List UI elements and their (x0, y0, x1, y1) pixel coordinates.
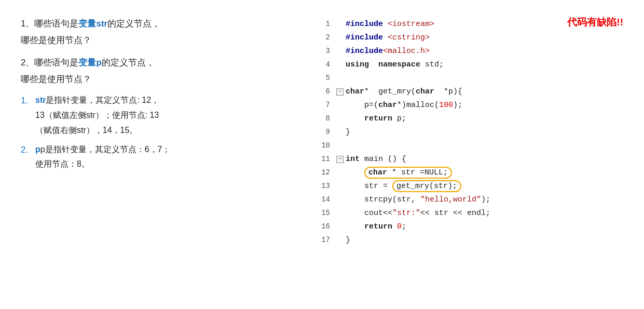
q2-mid: 的定义节点， (102, 58, 155, 68)
q2-text: 2、哪些语句是变量p的定义节点， (21, 55, 301, 71)
ans2-text: pp是指针变量，其定义节点：6，7； 使用节点：8。 (35, 142, 170, 172)
line-num-15: 15 (320, 207, 334, 219)
q2-cont: 哪些是使用节点？ (21, 71, 301, 88)
code-content-13: str = get_mry(str); (346, 180, 625, 193)
code-line-2: 2 #include <cstring> (320, 31, 625, 45)
line-num-9: 9 (320, 126, 334, 138)
line-num-1: 1 (320, 18, 334, 30)
code-line-6: 6 − char* get_mry(char *p){ (320, 85, 625, 99)
ans2-p-label: p (35, 145, 40, 154)
code-line-17: 17 } (320, 234, 625, 247)
q1-cont: 哪些是使用节点？ (21, 32, 301, 49)
fold-button-11[interactable]: − (334, 156, 346, 163)
question-1: 1、哪些语句是变量str的定义节点， 哪些是使用节点？ (21, 16, 301, 49)
line-num-7: 7 (320, 99, 334, 111)
code-content-8: return p; (346, 113, 625, 126)
code-line-14: 14 strcpy(str, "hello,world"); (320, 193, 625, 207)
code-content-11: int main () { (346, 153, 625, 166)
q1-cont-text: 哪些是使用节点？ (21, 35, 91, 45)
line-num-4: 4 (320, 59, 334, 71)
code-content-15: cout<<"str:"<< str << endl; (346, 207, 625, 220)
answer-1: 1. str是指针变量，其定义节点: 12， 13（赋值左侧str）；使用节点:… (21, 93, 301, 138)
code-content-3: #include<malloc.h> (346, 45, 625, 58)
code-warning: 代码有缺陷!! (567, 16, 623, 29)
q2-cont-text: 哪些是使用节点？ (21, 74, 91, 84)
ans2-num: 2. (21, 142, 35, 158)
line-num-8: 8 (320, 113, 334, 125)
fold-minus-11[interactable]: − (336, 156, 344, 163)
code-content-14: strcpy(str, "hello,world"); (346, 194, 625, 207)
line-num-17: 17 (320, 234, 334, 246)
code-content-4: using namespace std; (346, 59, 625, 72)
fold-minus-6[interactable]: − (336, 88, 344, 96)
code-line-15: 15 cout<<"str:"<< str << endl; (320, 207, 625, 220)
left-panel: 1、哪些语句是变量str的定义节点， 哪些是使用节点？ 2、哪些语句是变量p的定… (10, 10, 311, 299)
ans1-text-c: （赋值右侧str），14，15。 (35, 126, 138, 135)
q1-mid: 的定义节点， (107, 19, 160, 29)
code-line-11: 11 − int main () { (320, 153, 625, 166)
code-line-3: 3 #include<malloc.h> (320, 45, 625, 58)
fold-button-6[interactable]: − (334, 88, 346, 96)
code-line-16: 16 return 0; (320, 220, 625, 234)
code-line-10: 10 (320, 139, 625, 153)
code-content-7: p=(char*)malloc(100); (346, 99, 625, 112)
code-line-13: 13 str = get_mry(str); (320, 180, 625, 193)
line-num-11: 11 (320, 153, 334, 165)
ans1-text: str是指针变量，其定义节点: 12， 13（赋值左侧str）；使用节点: 13… (35, 93, 159, 138)
line-num-14: 14 (320, 194, 334, 206)
code-line-9: 9 } (320, 126, 625, 139)
code-line-8: 8 return p; (320, 112, 625, 126)
code-line-5: 5 (320, 72, 625, 85)
q1-prefix: 1、哪些语句是 (21, 19, 78, 29)
code-line-4: 4 using namespace std; (320, 58, 625, 72)
code-line-7: 7 p=(char*)malloc(100); (320, 99, 625, 112)
code-content-6: char* get_mry(char *p){ (346, 86, 625, 99)
q1-var: 变量str (78, 19, 107, 29)
code-line-12: 12 char * str =NULL; (320, 166, 625, 180)
question-2: 2、哪些语句是变量p的定义节点， 哪些是使用节点？ (21, 55, 301, 88)
answer-section: 1. str是指针变量，其定义节点: 12， 13（赋值左侧str）；使用节点:… (21, 93, 301, 172)
line-num-12: 12 (320, 167, 334, 179)
line-num-3: 3 (320, 45, 334, 57)
line-num-16: 16 (320, 221, 334, 233)
code-content-2: #include <cstring> (346, 32, 625, 45)
q1-text: 1、哪些语句是变量str的定义节点， (21, 16, 301, 32)
line-num-13: 13 (320, 180, 334, 192)
line-num-10: 10 (320, 140, 334, 152)
ans2-text-a: p是指针变量，其定义节点：6，7； (40, 145, 171, 154)
q2-prefix: 2、哪些语句是 (21, 58, 78, 68)
ans1-num: 1. (21, 93, 35, 109)
ans1-str-label: str (35, 96, 46, 104)
answer-2: 2. pp是指针变量，其定义节点：6，7； 使用节点：8。 (21, 142, 301, 172)
code-content-9: } (346, 126, 625, 139)
line-num-2: 2 (320, 32, 334, 44)
right-panel: 代码有缺陷!! 1 #include <iostream> 2 #include… (311, 10, 634, 299)
ans1-text-a: 是指针变量，其定义节点: 12， (46, 96, 159, 104)
code-content-16: return 0; (346, 221, 625, 234)
ans2-text-b: 使用节点：8。 (35, 159, 90, 168)
code-content-17: } (346, 234, 625, 247)
q2-var: 变量p (78, 58, 101, 68)
line-num-5: 5 (320, 72, 334, 84)
ans1-text-b: 13（赋值左侧str）；使用节点: 13 (35, 111, 159, 119)
code-block: 1 #include <iostream> 2 #include <cstrin… (320, 18, 625, 247)
line-num-6: 6 (320, 86, 334, 98)
code-content-12: char * str =NULL; (346, 167, 625, 180)
